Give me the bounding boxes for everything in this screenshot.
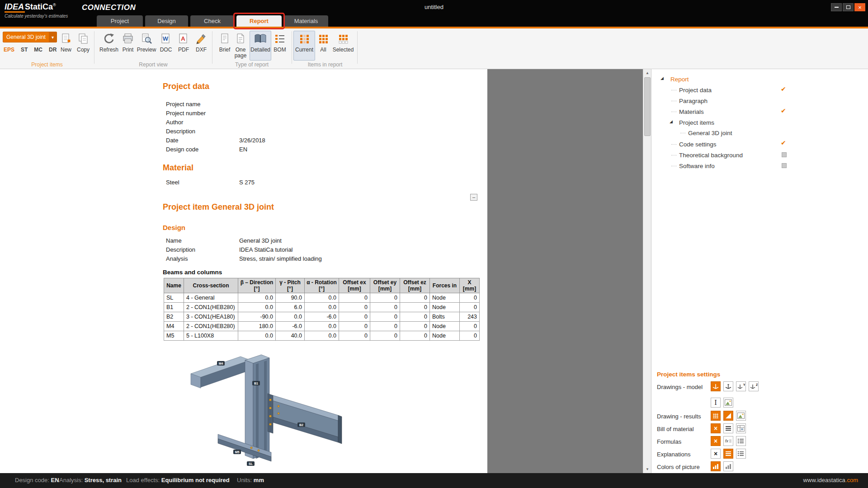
scroll-up-icon[interactable]: ▲ bbox=[643, 69, 651, 77]
settings-label-bill-of-material: Bill of material bbox=[657, 426, 694, 432]
text-style-icon[interactable]: I bbox=[711, 398, 721, 408]
cross-icon[interactable]: × bbox=[711, 436, 721, 446]
bom-report-button[interactable]: BOM bbox=[269, 31, 291, 61]
maximize-button[interactable] bbox=[843, 3, 854, 11]
tree-expander-icon[interactable]: ◢ bbox=[660, 76, 664, 80]
tree-item-software-info[interactable]: Software info bbox=[679, 161, 715, 170]
checkmark-icon[interactable]: ✔ bbox=[781, 85, 786, 93]
checkbox-unchecked[interactable] bbox=[782, 152, 787, 157]
table-cell: 2 - CON1(HEB280) bbox=[184, 303, 238, 312]
tree-item-general-3d-joint[interactable]: General 3D joint bbox=[688, 128, 732, 137]
picture-icon[interactable] bbox=[736, 411, 746, 421]
table-cell: B1 bbox=[164, 303, 184, 312]
tab-project[interactable]: Project bbox=[97, 15, 143, 27]
tab-check[interactable]: Check bbox=[190, 15, 234, 27]
table-cell: 0 bbox=[400, 293, 430, 303]
group-label-project-items: Project items bbox=[31, 61, 62, 68]
eps-button[interactable]: EPS bbox=[4, 47, 14, 53]
field-label: Date bbox=[166, 137, 178, 144]
load-effects-label: Load effects: bbox=[126, 477, 160, 483]
connection-3d-model: M4 B1 B2 M5 SL bbox=[183, 345, 354, 473]
table-cell: Node bbox=[430, 331, 460, 341]
table-cell: 0 bbox=[370, 322, 400, 331]
list-icon[interactable] bbox=[736, 449, 746, 459]
tab-report[interactable]: Report bbox=[236, 15, 282, 27]
ribbon-separator bbox=[94, 31, 94, 64]
tree-item-project-data[interactable]: Project data bbox=[679, 85, 712, 94]
items-selected-button[interactable]: Selected bbox=[332, 31, 354, 61]
website-link[interactable]: www.ideastatica.com bbox=[803, 477, 858, 483]
ribbon-separator bbox=[212, 31, 212, 64]
analysis-label: Analysis: bbox=[59, 477, 83, 483]
table-cell: 0 bbox=[370, 293, 400, 303]
field-label: Project number bbox=[166, 110, 206, 117]
mc-button[interactable]: MC bbox=[34, 47, 42, 53]
table-picture-icon[interactable] bbox=[736, 423, 746, 433]
picture-icon[interactable] bbox=[723, 398, 733, 408]
preview-button[interactable]: Preview bbox=[136, 31, 157, 61]
bar-chart-icon[interactable] bbox=[723, 461, 733, 471]
refresh-button[interactable]: Refresh bbox=[98, 31, 120, 61]
items-all-button[interactable]: All bbox=[312, 31, 334, 61]
field-label: Analysis bbox=[166, 255, 188, 262]
cross-icon[interactable]: × bbox=[711, 449, 721, 459]
ribbon: General 3D joint ▾ EPS ST MC DR New Copy bbox=[0, 28, 868, 69]
table-cell: 4 - General bbox=[184, 293, 238, 303]
axes-y-icon[interactable]: Y bbox=[736, 381, 746, 391]
cross-icon[interactable]: × bbox=[711, 423, 721, 433]
tree-item-paragraph[interactable]: Paragraph bbox=[679, 96, 708, 105]
tree-item-code-settings[interactable]: Code settings bbox=[679, 140, 717, 149]
mesh-grid-icon[interactable] bbox=[711, 411, 721, 421]
settings-label-formulas: Formulas bbox=[657, 438, 681, 445]
one-page-report-button[interactable]: One page bbox=[230, 31, 251, 61]
minimize-button[interactable] bbox=[831, 3, 842, 11]
close-button[interactable]: × bbox=[854, 3, 865, 11]
table-cell: M4 bbox=[164, 322, 184, 331]
copy-button[interactable]: Copy bbox=[72, 31, 94, 61]
copy-button-label: Copy bbox=[77, 47, 90, 53]
tree-item-materials[interactable]: Materials bbox=[679, 107, 704, 116]
table-cell: 180.0 bbox=[238, 322, 276, 331]
tree-item-project-items[interactable]: Project items bbox=[679, 118, 714, 127]
st-button[interactable]: ST bbox=[21, 47, 28, 53]
lines-icon[interactable] bbox=[723, 423, 733, 433]
model-label-b1: B1 bbox=[254, 382, 258, 385]
vertical-scrollbar[interactable]: ▲ ▼ bbox=[643, 69, 651, 473]
bar-chart-icon[interactable] bbox=[711, 461, 721, 471]
copy-icon bbox=[76, 32, 90, 46]
checkmark-icon[interactable]: ✔ bbox=[781, 139, 786, 146]
table-cell: -6.0 bbox=[276, 322, 305, 331]
list-icon[interactable] bbox=[736, 436, 746, 446]
beams-columns-table: NameCross-sectionβ – Direction [°]γ - Pi… bbox=[164, 278, 480, 341]
detailed-report-button[interactable]: Detailed bbox=[250, 31, 271, 61]
export-dxf-button[interactable]: DXF bbox=[190, 31, 212, 61]
field-label: Description bbox=[166, 128, 195, 135]
tab-materials[interactable]: Materials bbox=[284, 15, 328, 27]
lines-icon[interactable] bbox=[723, 449, 733, 459]
group-label-items-in-report: Items in report bbox=[308, 61, 343, 68]
svg-text:A: A bbox=[181, 35, 185, 42]
scroll-down-icon[interactable]: ▼ bbox=[643, 465, 651, 473]
tree-item-theoretical-background[interactable]: Theoretical background bbox=[679, 150, 743, 160]
project-item-dropdown[interactable]: General 3D joint ▾ bbox=[3, 32, 57, 42]
table-cell: -6.0 bbox=[305, 312, 339, 322]
tree-expander-icon[interactable]: ◢ bbox=[670, 119, 673, 124]
formula-icon[interactable]: fx bbox=[723, 436, 733, 446]
table-cell: 0.0 bbox=[276, 312, 305, 322]
collapse-section-button[interactable]: – bbox=[470, 194, 477, 201]
axes-z-icon[interactable]: Z bbox=[749, 381, 759, 391]
table-header-row: NameCross-sectionβ – Direction [°]γ - Pi… bbox=[164, 278, 480, 293]
tree-item-report[interactable]: Report bbox=[670, 75, 689, 84]
items-current-button[interactable]: Current bbox=[293, 31, 315, 61]
checkmark-icon[interactable]: ✔ bbox=[781, 107, 786, 114]
table-cell: 243 bbox=[460, 312, 480, 322]
table-cell: 0 bbox=[400, 331, 430, 341]
project-item-dropdown-value: General 3D joint bbox=[3, 34, 49, 40]
axes-3d-icon[interactable] bbox=[711, 381, 721, 391]
scrollbar-thumb[interactable] bbox=[644, 77, 651, 136]
tab-design[interactable]: Design bbox=[145, 15, 188, 27]
deformed-shape-icon[interactable] bbox=[723, 411, 733, 421]
checkbox-unchecked[interactable] bbox=[782, 163, 787, 168]
one-page-icon bbox=[234, 32, 247, 46]
axes-arrows-icon[interactable] bbox=[723, 381, 733, 391]
